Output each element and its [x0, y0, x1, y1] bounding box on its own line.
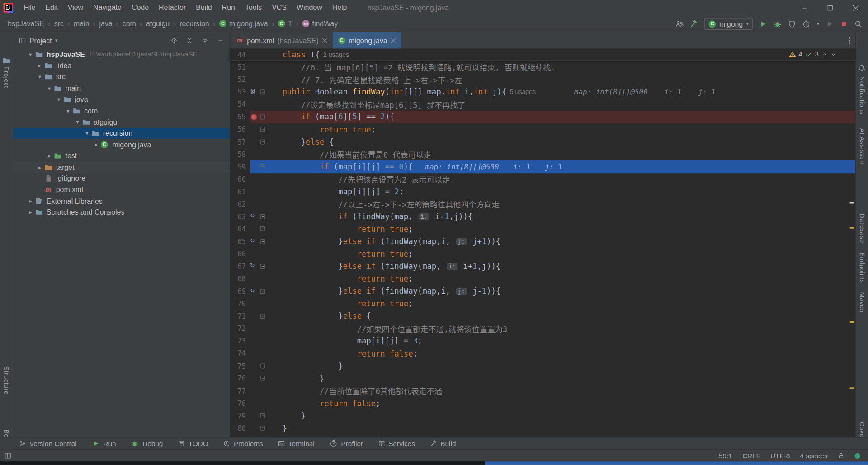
run-button[interactable] — [759, 19, 767, 28]
chevron-right-icon[interactable]: ▸ — [26, 198, 35, 204]
chevron-down-icon[interactable]: ▾ — [73, 119, 82, 125]
code-line-75[interactable]: 75} — [230, 360, 855, 372]
chevron-down-icon[interactable]: ▾ — [64, 108, 73, 113]
fold-marker-icon[interactable] — [260, 89, 265, 94]
breadcrumb-item-java[interactable]: java — [99, 19, 113, 28]
fold-marker-icon[interactable] — [260, 289, 265, 294]
code-area[interactable]: 51//6. 当 map[6][5] =2 就说明找到通路,就可以结束, 否则就… — [230, 61, 855, 437]
fold-marker-icon[interactable] — [260, 139, 265, 144]
code-with-me-users-icon[interactable] — [675, 19, 684, 28]
tool-stripe-maven[interactable]: Maven — [859, 292, 865, 313]
line-number[interactable]: 63 — [230, 212, 250, 221]
stripe-mark[interactable] — [850, 202, 854, 204]
line-number[interactable]: 56 — [230, 125, 250, 133]
gutter[interactable] — [250, 272, 282, 285]
toolwindow-toggle-icon[interactable] — [5, 452, 12, 459]
tree-item-recursion[interactable]: ▾recursion — [13, 128, 230, 139]
chevron-down-icon[interactable]: ▾ — [817, 21, 820, 27]
code-line-70[interactable]: 70return true; — [230, 297, 855, 310]
toolbar-problems[interactable]: Problems — [223, 440, 263, 447]
gutter[interactable] — [250, 248, 282, 260]
gutter[interactable] — [250, 49, 282, 61]
toolbar-todo[interactable]: TODO — [178, 440, 208, 447]
settings-gear-icon[interactable] — [199, 34, 211, 47]
tree-item-external-libraries[interactable]: ▸External Libraries — [13, 195, 230, 207]
line-number[interactable]: 66 — [230, 250, 250, 258]
gutter[interactable] — [250, 335, 282, 348]
gutter[interactable] — [250, 73, 282, 86]
code-line-73[interactable]: 73map[i][j] = 3; — [230, 335, 855, 348]
tool-stripe-ai-assistant[interactable]: AI Assistant — [859, 128, 865, 165]
code-line-68[interactable]: 68return true; — [230, 272, 855, 285]
code-line-60[interactable]: 60//先把该点设置为2 表示可以走 — [230, 173, 855, 186]
gutter[interactable] — [250, 98, 282, 111]
line-number[interactable]: 80 — [230, 424, 250, 432]
tree-item-java[interactable]: ▾java — [13, 94, 230, 105]
fold-marker-icon[interactable] — [260, 263, 265, 268]
caret-position[interactable]: 59:1 — [719, 452, 732, 460]
run-with-profiler-icon[interactable] — [802, 19, 811, 28]
line-number[interactable]: 61 — [230, 188, 250, 196]
breadcrumb-item-t[interactable]: CT — [278, 19, 292, 28]
menu-run[interactable]: Run — [217, 0, 240, 15]
code-line-64[interactable]: 64return true; — [230, 223, 855, 235]
line-number[interactable]: 74 — [230, 349, 250, 357]
tree-item-pom-xml[interactable]: mpom.xml — [13, 184, 230, 195]
chevron-right-icon[interactable]: ▸ — [26, 209, 35, 215]
line-number[interactable]: 55 — [230, 113, 250, 121]
code-line-79[interactable]: 79} — [230, 409, 855, 422]
gutter[interactable] — [250, 322, 282, 335]
file-encoding[interactable]: UTF-8 — [770, 452, 790, 460]
chevron-down-icon[interactable]: ▾ — [35, 74, 44, 80]
more-tabs-icon[interactable] — [849, 37, 851, 45]
gutter[interactable] — [250, 409, 282, 422]
line-number[interactable]: 72 — [230, 324, 250, 333]
project-panel-title[interactable]: Project — [29, 36, 52, 44]
toolbar-services[interactable]: Services — [378, 440, 415, 447]
tree-item-atguigu[interactable]: ▾atguigu — [13, 117, 230, 128]
menu-edit[interactable]: Edit — [40, 0, 62, 15]
hide-panel-icon[interactable] — [214, 34, 226, 47]
code-line-65[interactable]: 65↻}else if (findWay(map,i, j: j+1)){ — [230, 235, 855, 248]
line-number[interactable]: 79 — [230, 412, 250, 420]
tree-item-gitignore[interactable]: .gitignore — [13, 173, 230, 184]
build-hammer-icon[interactable] — [690, 19, 698, 28]
code-line-52[interactable]: 52// 7. 先确定老鼠找路策略 上->右->下->左 — [230, 73, 855, 86]
chevron-down-icon[interactable]: ▾ — [26, 51, 35, 57]
code-line-63[interactable]: 63↻if (findWay(map, i: i-1,j)){ — [230, 210, 855, 223]
menu-code[interactable]: Code — [127, 0, 154, 15]
gutter[interactable] — [250, 123, 282, 136]
run-with-coverage-icon[interactable] — [788, 19, 796, 28]
line-number[interactable]: 73 — [230, 337, 250, 345]
close-button[interactable] — [843, 0, 868, 15]
breadcrumb-item-hspjavase[interactable]: hspJavaSE — [8, 19, 44, 28]
gutter[interactable] — [250, 198, 282, 211]
fold-marker-icon[interactable] — [260, 413, 265, 418]
code-line-58[interactable]: 58//如果当前位置是0 代表可以走 — [230, 148, 855, 161]
tree-item-com[interactable]: ▾com — [13, 105, 230, 117]
tree-item-scratches-and-consoles[interactable]: ▸Scratches and Consoles — [13, 207, 230, 218]
code-line-69[interactable]: 69↻}else if (findWay(map,i, j: j-1)){ — [230, 285, 855, 298]
line-number[interactable]: 69 — [230, 287, 250, 295]
code-line-71[interactable]: 71}else { — [230, 310, 855, 323]
chevron-right-icon[interactable]: ▸ — [35, 62, 44, 68]
minimize-button[interactable] — [792, 0, 817, 15]
gutter[interactable] — [250, 148, 282, 161]
tree-item-idea[interactable]: ▸.idea — [13, 60, 230, 71]
line-number[interactable]: 59 — [230, 163, 250, 171]
chevron-down-icon[interactable] — [830, 51, 836, 57]
tab-migong-java[interactable]: Cmigong.java — [332, 32, 401, 49]
gutter[interactable] — [250, 397, 282, 410]
gutter[interactable] — [250, 422, 282, 435]
fold-marker-icon[interactable] — [260, 164, 265, 169]
line-number[interactable]: 77 — [230, 387, 250, 395]
breakpoint-icon[interactable] — [251, 114, 257, 120]
breadcrumb-item-findway[interactable]: mfindWay — [302, 19, 338, 28]
gutter[interactable]: ↻ — [250, 235, 282, 248]
tree-item-test[interactable]: ▸test — [13, 150, 230, 161]
chevron-right-icon[interactable]: ▸ — [35, 164, 44, 170]
code-line-80[interactable]: 80} — [230, 422, 855, 435]
fold-marker-icon[interactable] — [260, 426, 265, 431]
line-number[interactable]: 52 — [230, 75, 250, 84]
code-line-76[interactable]: 76} — [230, 372, 855, 385]
